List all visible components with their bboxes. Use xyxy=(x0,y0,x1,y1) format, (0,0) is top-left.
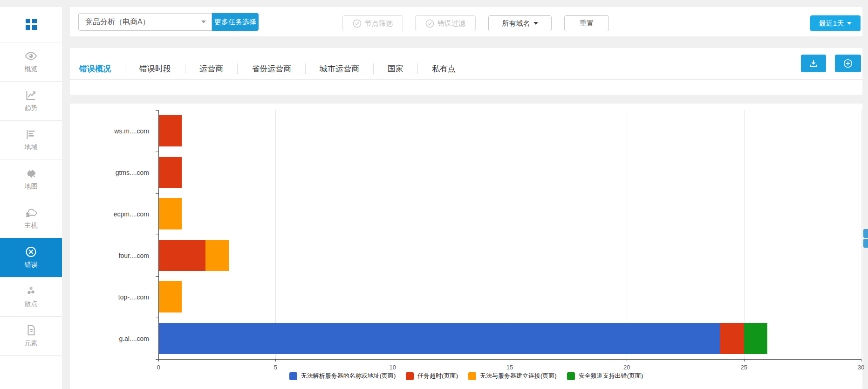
tab-private-node[interactable]: 私有点 xyxy=(417,63,470,74)
error-overview-chart: ws.m....comgtms....comecpm....comfour...… xyxy=(70,104,862,389)
legend-item[interactable]: 无法解析服务器的名称或地址(页面) xyxy=(289,372,396,380)
tab-city-carrier[interactable]: 城市运营商 xyxy=(305,63,373,74)
x-axis-line xyxy=(156,359,861,360)
category-label: g.al....com xyxy=(70,318,154,359)
sidebar-item-region[interactable]: 地域 xyxy=(0,120,62,160)
sidebar-item-overview[interactable]: 概览 xyxy=(0,42,62,81)
category-label: ecpm....com xyxy=(70,193,154,235)
bar-segment[interactable] xyxy=(158,198,182,229)
bar-segment[interactable] xyxy=(158,157,182,188)
chart-legend: 无法解析服务器的名称或地址(页面)任务超时(页面)无法与服务器建立连接(页面)安… xyxy=(70,372,862,380)
sidebar-item-label: 散点 xyxy=(25,300,38,308)
x-tick-label: 0 xyxy=(157,364,160,371)
legend-swatch xyxy=(289,372,297,380)
sidebar-item-map[interactable]: 地图 xyxy=(0,160,62,199)
x-axis-tick xyxy=(861,359,861,361)
tab-province-carrier[interactable]: 省份运营商 xyxy=(237,63,305,74)
node-filter-button[interactable]: 节点筛选 xyxy=(342,15,403,31)
gridline xyxy=(275,110,276,359)
china-map-icon xyxy=(25,168,37,179)
bar-segment[interactable] xyxy=(720,323,744,354)
error-filter-button[interactable]: 错误过滤 xyxy=(415,15,476,31)
edge-panel-button-bottom[interactable] xyxy=(863,239,868,248)
app-logo[interactable] xyxy=(0,7,62,42)
sidebar-item-label: 地图 xyxy=(25,182,38,191)
trend-icon xyxy=(25,90,37,101)
legend-swatch xyxy=(468,372,476,380)
reset-button[interactable]: 重置 xyxy=(564,15,609,31)
legend-label: 安全频道支持出错(页面) xyxy=(579,372,643,380)
reset-label: 重置 xyxy=(580,19,594,28)
scatter-dots-icon xyxy=(25,285,37,297)
legend-item[interactable]: 安全频道支持出错(页面) xyxy=(567,372,643,380)
x-axis-tick xyxy=(627,359,627,361)
legend-label: 无法与服务器建立连接(页面) xyxy=(480,372,557,380)
task-select-value: 竞品分析（电商A） xyxy=(85,17,150,27)
toolbar: 竞品分析（电商A） 更多任务选择 节点筛选 错误过滤 所有域名 重置 最近1天 xyxy=(70,7,862,36)
legend-swatch xyxy=(567,372,575,380)
task-select[interactable]: 竞品分析（电商A） xyxy=(78,13,212,31)
download-button[interactable] xyxy=(801,55,826,72)
x-tick-label: 20 xyxy=(623,364,630,371)
x-axis-tick xyxy=(393,359,393,361)
sidebar-item-host[interactable]: 主机 xyxy=(0,199,62,238)
bar-segment[interactable] xyxy=(158,323,720,354)
more-tasks-label: 更多任务选择 xyxy=(214,18,256,27)
sidebar-item-elements[interactable]: 元素 xyxy=(0,316,62,355)
eye-icon xyxy=(25,50,37,62)
date-range-button[interactable]: 最近1天 xyxy=(810,15,861,31)
sidebar: 概览 趋势 地域 地图 主机 xyxy=(0,7,62,389)
legend-label: 任务超时(页面) xyxy=(417,372,458,380)
host-cloud-icon xyxy=(25,207,37,218)
gridline xyxy=(861,110,861,359)
x-tick-label: 25 xyxy=(740,364,747,371)
bar-segment[interactable] xyxy=(158,281,182,313)
plus-circle-icon xyxy=(843,58,853,69)
chevron-down-icon xyxy=(847,22,852,25)
region-bars-icon xyxy=(25,129,37,140)
category-label: ws.m....com xyxy=(70,110,154,152)
tab-bar: 错误概况 错误时段 运营商 省份运营商 城市运营商 国家 私有点 xyxy=(78,58,470,79)
legend-item[interactable]: 无法与服务器建立连接(页面) xyxy=(468,372,557,380)
tab-error-period[interactable]: 错误时段 xyxy=(125,63,185,74)
y-axis-line xyxy=(158,110,159,359)
date-range-label: 最近1天 xyxy=(819,19,844,28)
domain-select-button[interactable]: 所有域名 xyxy=(488,15,552,31)
sidebar-item-label: 地域 xyxy=(25,143,38,152)
sidebar-item-label: 元素 xyxy=(25,339,38,347)
download-icon xyxy=(808,58,819,69)
x-axis-tick xyxy=(158,359,159,361)
tab-error-overview[interactable]: 错误概况 xyxy=(78,63,125,74)
sidebar-item-label: 趋势 xyxy=(25,104,38,112)
tab-country[interactable]: 国家 xyxy=(373,63,417,74)
edge-panel-button-top[interactable] xyxy=(863,229,868,238)
legend-item[interactable]: 任务超时(页面) xyxy=(406,372,458,380)
error-circle-icon xyxy=(25,246,37,257)
sidebar-item-label: 概览 xyxy=(25,65,38,73)
bar-segment[interactable] xyxy=(158,240,205,271)
gridline xyxy=(744,110,745,359)
tab-carrier[interactable]: 运营商 xyxy=(185,63,237,74)
sidebar-item-errors[interactable]: 错误 xyxy=(0,238,62,277)
more-tasks-button[interactable]: 更多任务选择 xyxy=(212,13,259,31)
gridline xyxy=(393,110,393,359)
bar-segment[interactable] xyxy=(158,115,182,146)
sidebar-item-label: 错误 xyxy=(25,261,38,269)
sidebar-item-scatter[interactable]: 散点 xyxy=(0,277,62,316)
sidebar-item-trend[interactable]: 趋势 xyxy=(0,81,62,120)
x-axis-tick xyxy=(744,359,745,361)
x-tick-label: 30 xyxy=(858,364,864,371)
x-axis-tick xyxy=(275,359,276,361)
error-filter-label: 错误过滤 xyxy=(437,19,465,28)
legend-swatch xyxy=(406,372,414,380)
add-chart-button[interactable] xyxy=(835,55,861,72)
bar-segment[interactable] xyxy=(205,240,229,271)
chevron-down-icon xyxy=(533,22,538,25)
x-tick-label: 10 xyxy=(389,364,396,371)
gridline xyxy=(510,110,510,359)
logo-squares-icon xyxy=(26,19,37,30)
bar-segment[interactable] xyxy=(744,323,767,354)
legend-label: 无法解析服务器的名称或地址(页面) xyxy=(301,372,396,380)
check-circle-icon xyxy=(425,19,434,28)
sidebar-item-label: 主机 xyxy=(25,222,38,230)
